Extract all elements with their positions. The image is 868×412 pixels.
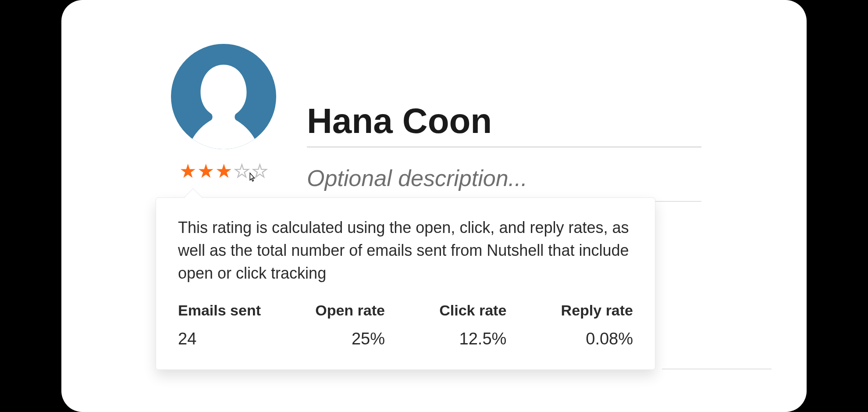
stat-label: Open rate — [315, 302, 385, 319]
divider — [662, 369, 772, 369]
stats-row: Emails sent 24 Open rate 25% Click rate … — [178, 302, 633, 348]
name-column: Hana Coon Optional description... — [307, 44, 701, 202]
stat-reply-rate: Reply rate 0.08% — [561, 302, 633, 348]
stat-emails-sent: Emails sent 24 — [178, 302, 261, 348]
rating-tooltip: This rating is calculated using the open… — [156, 197, 655, 370]
contact-name[interactable]: Hana Coon — [307, 101, 701, 147]
stat-label: Emails sent — [178, 302, 261, 319]
description-field[interactable]: Optional description... — [307, 165, 701, 202]
stat-value: 25% — [352, 330, 385, 348]
stat-value: 0.08% — [586, 330, 633, 348]
star-icon: ★ — [179, 161, 196, 181]
stat-value: 24 — [178, 330, 196, 348]
stat-click-rate: Click rate 12.5% — [439, 302, 506, 348]
tooltip-description: This rating is calculated using the open… — [178, 216, 633, 285]
star-icon: ★ — [215, 161, 232, 181]
stat-label: Click rate — [439, 302, 506, 319]
avatar[interactable] — [171, 44, 276, 149]
star-icon: ☆ — [233, 161, 250, 181]
stat-label: Reply rate — [561, 302, 633, 319]
star-icon: ★ — [197, 161, 214, 181]
rating-stars[interactable]: ★ ★ ★ ☆ ☆ — [179, 161, 268, 181]
avatar-column: ★ ★ ★ ☆ ☆ — [167, 44, 281, 181]
stat-value: 12.5% — [459, 330, 507, 348]
person-icon — [184, 57, 263, 149]
contact-header: ★ ★ ★ ☆ ☆ Hana Coon Optional description… — [167, 44, 701, 202]
star-icon: ☆ — [251, 161, 268, 181]
stat-open-rate: Open rate 25% — [315, 302, 385, 348]
contact-card: ★ ★ ★ ☆ ☆ Hana Coon Optional description… — [61, 0, 807, 412]
